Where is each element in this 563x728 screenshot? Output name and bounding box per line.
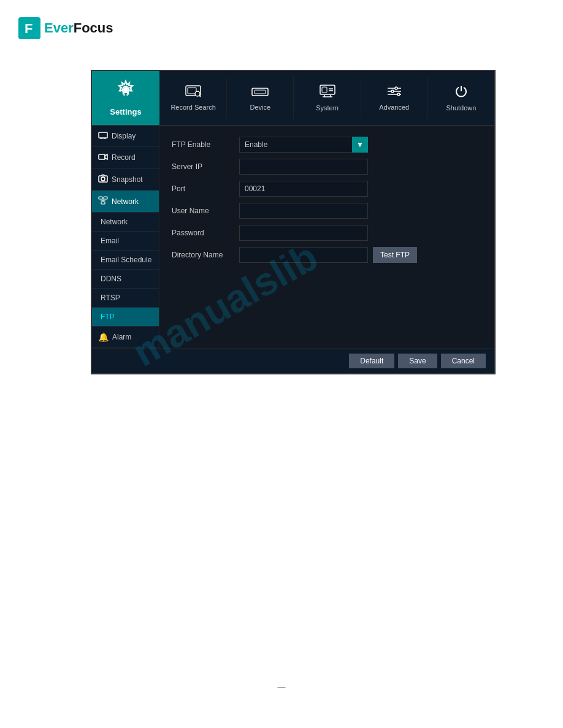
sidebar-item-network-label: Network: [112, 197, 139, 206]
sidebar-item-record[interactable]: Record: [92, 147, 159, 169]
logo-icon: F: [18, 17, 40, 39]
user-name-label: User Name: [172, 207, 239, 215]
sidebar-subitem-email-label: Email: [101, 237, 119, 245]
top-nav: Settings Record Search: [92, 71, 494, 126]
body-layout: Display Record: [92, 126, 494, 348]
system-icon: [320, 85, 335, 102]
device-icon: [251, 85, 269, 101]
svg-rect-11: [322, 87, 327, 93]
sidebar-item-network[interactable]: Network: [92, 191, 159, 213]
page-number: —: [278, 682, 286, 691]
test-ftp-button[interactable]: Test FTP: [373, 247, 417, 263]
port-input[interactable]: [239, 181, 368, 197]
svg-point-22: [391, 90, 394, 93]
svg-point-32: [101, 177, 105, 181]
svg-rect-10: [320, 85, 335, 94]
server-ip-input[interactable]: [239, 159, 368, 175]
ftp-enable-select-wrapper: Enable Disable ▼: [239, 137, 368, 153]
nav-item-system-label: System: [316, 104, 339, 112]
ui-container: Settings Record Search: [91, 70, 496, 374]
svg-rect-35: [104, 197, 107, 199]
logo-area: F EverFocus: [0, 0, 563, 51]
shutdown-icon: [454, 85, 468, 102]
password-label: Password: [172, 229, 239, 237]
advanced-icon: [386, 85, 402, 101]
ftp-enable-label: FTP Enable: [172, 140, 239, 149]
default-button[interactable]: Default: [349, 354, 394, 368]
server-ip-row: Server IP: [172, 159, 482, 175]
network-icon: [98, 196, 108, 207]
nav-item-device-label: Device: [250, 104, 270, 111]
logo-text-part2: Focus: [74, 20, 113, 36]
display-icon: [98, 131, 108, 141]
sidebar-subitem-rtsp[interactable]: RTSP: [92, 289, 159, 308]
sidebar-item-display-label: Display: [112, 132, 136, 140]
sidebar-item-alarm[interactable]: 🔔 Alarm: [92, 327, 159, 348]
svg-rect-34: [101, 202, 105, 204]
sidebar-subitem-email-schedule-label: Email Schedule: [101, 256, 151, 264]
user-name-input[interactable]: [239, 203, 368, 219]
svg-point-19: [395, 87, 397, 89]
user-name-row: User Name: [172, 203, 482, 219]
logo-text-part1: Ever: [44, 20, 74, 36]
page-footer: —: [278, 682, 286, 691]
password-row: Password: [172, 225, 482, 241]
svg-rect-26: [99, 132, 107, 138]
nav-item-advanced[interactable]: Advanced: [361, 78, 427, 118]
directory-name-row: Directory Name Test FTP: [172, 247, 482, 263]
sidebar-item-record-label: Record: [112, 153, 136, 162]
svg-text:F: F: [25, 21, 33, 36]
sidebar-subitem-ddns[interactable]: DDNS: [92, 270, 159, 289]
sidebar-subitem-ddns-label: DDNS: [101, 275, 121, 283]
sidebar-item-snapshot[interactable]: Snapshot: [92, 169, 159, 191]
record-icon: [98, 153, 108, 162]
main-content: FTP Enable Enable Disable ▼ Server IP Po…: [159, 126, 494, 348]
port-row: Port: [172, 181, 482, 197]
svg-point-25: [397, 93, 400, 96]
nav-item-shutdown-label: Shutdown: [446, 104, 476, 112]
nav-item-shutdown[interactable]: Shutdown: [427, 77, 494, 119]
cancel-button[interactable]: Cancel: [441, 354, 486, 368]
sidebar-subitem-email-schedule[interactable]: Email Schedule: [92, 251, 159, 270]
nav-items: Record Search Device: [159, 71, 494, 125]
sidebar-subitem-network[interactable]: Network: [92, 213, 159, 232]
logo-text: EverFocus: [44, 20, 113, 36]
record-search-icon: [185, 85, 201, 101]
svg-rect-9: [255, 90, 266, 94]
sidebar-subitem-rtsp-label: RTSP: [101, 294, 120, 302]
sidebar-subitem-ftp-label: FTP: [101, 313, 115, 321]
svg-rect-30: [99, 154, 105, 159]
nav-item-record-search-label: Record Search: [170, 104, 215, 111]
nav-item-system[interactable]: System: [293, 77, 360, 119]
directory-name-input[interactable]: [239, 247, 368, 263]
sidebar-item-alarm-label: Alarm: [112, 333, 131, 341]
directory-name-label: Directory Name: [172, 251, 239, 259]
settings-label: Settings: [110, 107, 141, 116]
ftp-enable-select[interactable]: Enable Disable: [239, 137, 368, 153]
nav-item-device[interactable]: Device: [226, 78, 293, 118]
sidebar-item-display[interactable]: Display: [92, 126, 159, 147]
sidebar: Display Record: [92, 126, 159, 348]
ftp-enable-row: FTP Enable Enable Disable ▼: [172, 137, 482, 153]
svg-rect-33: [99, 197, 102, 199]
nav-item-advanced-label: Advanced: [379, 104, 409, 111]
server-ip-label: Server IP: [172, 162, 239, 171]
svg-point-6: [195, 91, 200, 96]
sidebar-subitem-network-label: Network: [101, 218, 128, 226]
settings-panel: Settings: [92, 71, 159, 125]
sidebar-subitem-ftp[interactable]: FTP: [92, 308, 159, 327]
alarm-icon: 🔔: [98, 332, 109, 342]
nav-item-record-search[interactable]: Record Search: [159, 78, 226, 118]
password-input[interactable]: [239, 225, 368, 241]
port-label: Port: [172, 184, 239, 193]
bottom-bar: Default Save Cancel: [92, 348, 494, 373]
snapshot-icon: [98, 174, 108, 184]
settings-icon: [116, 80, 136, 104]
save-button[interactable]: Save: [398, 354, 437, 368]
sidebar-item-snapshot-label: Snapshot: [112, 175, 143, 184]
sidebar-subitem-email[interactable]: Email: [92, 232, 159, 251]
